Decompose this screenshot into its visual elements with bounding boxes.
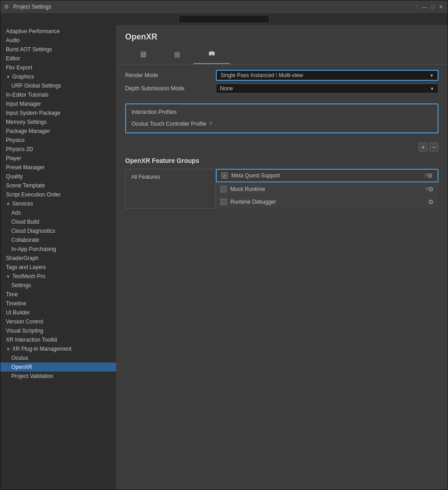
mock-runtime-label: Mock Runtime [230,186,423,192]
runtime-debugger-checkbox[interactable] [220,199,227,205]
sidebar-item-editor[interactable]: Editor [0,54,116,63]
meta-quest-gear-icon[interactable]: ⚙ [427,172,433,179]
remove-button[interactable]: − [429,142,438,152]
sidebar-item-openxr[interactable]: OpenXR [0,363,116,372]
sidebar-item-input-manager[interactable]: Input Manager [0,99,116,108]
textmesh-arrow: ▼ [6,274,10,279]
sidebar-item-version-control[interactable]: Version Control [0,317,116,326]
panel-title: OpenXR [116,25,448,46]
sidebar-item-time[interactable]: Time [0,290,116,299]
main-content: Adaptive Performance Audio Burst AOT Set… [0,25,448,490]
mock-runtime-gear-icon[interactable]: ⚙ [428,186,434,193]
sidebar-item-graphics[interactable]: ▼ Graphics [0,72,116,81]
depth-submission-value: None [220,85,233,92]
sidebar-item-shader-graph[interactable]: ShaderGraph [0,254,116,263]
meta-quest-label: Meta Quest Support [231,172,422,179]
feature-row-runtime-debugger: Runtime Debugger ⚙ [216,196,438,208]
tablet-icon: ⊞ [174,50,180,59]
render-mode-label: Render Mode [125,72,216,78]
add-remove-buttons: + − [116,141,448,153]
project-settings-window: ⚙ Project Settings ⋮ — □ ✕ 🔍 Adaptive Pe… [0,0,448,490]
sidebar-item-script-execution-order[interactable]: Script Execution Order [0,190,116,199]
search-input[interactable] [179,15,269,23]
all-features-item[interactable]: All Features [128,172,213,182]
sidebar-item-ui-builder[interactable]: UI Builder [0,308,116,317]
sidebar-item-player[interactable]: Player [0,154,116,163]
search-bar: 🔍 [0,13,448,25]
sidebar-item-textmesh-pro[interactable]: ▼ TextMesh Pro [0,272,116,281]
services-arrow: ▼ [6,201,10,206]
sidebar-item-services[interactable]: ▼ Services [0,199,116,208]
interaction-profile-item: Oculus Touch Controller Profile ? [130,119,434,129]
close-button[interactable]: ✕ [438,4,444,10]
sidebar-item-in-editor-tutorials[interactable]: In-Editor Tutorials [0,90,116,99]
sidebar-item-fbx-export[interactable]: Fbx Export [0,63,116,72]
sidebar-item-project-validation[interactable]: Project Validation [0,372,116,381]
sidebar-item-timeline[interactable]: Timeline [0,299,116,308]
sidebar: Adaptive Performance Audio Burst AOT Set… [0,25,116,490]
titlebar-controls: ⋮ — □ ✕ [413,4,444,10]
sidebar-item-settings[interactable]: Settings [0,281,116,290]
render-mode-value: Single Pass Instanced \ Multi-view [220,72,303,78]
feature-groups-section: OpenXR Feature Groups All Features Meta … [116,157,448,209]
interaction-profile-label: Oculus Touch Controller Profile [131,121,206,127]
interaction-profiles-header: Interaction Profiles [130,108,434,116]
sidebar-item-burst-aot-settings[interactable]: Burst AOT Settings [0,45,116,54]
sidebar-item-xr-interaction-toolkit[interactable]: XR Interaction Toolkit [0,335,116,344]
feature-options: Meta Quest Support ? ⚙ Mock Runtime ? ⚙ [216,169,438,209]
sidebar-item-physics-2d[interactable]: Physics 2D [0,145,116,154]
depth-submission-row: Depth Submission Mode None ▼ [125,83,438,93]
xr-plugin-arrow: ▼ [6,347,10,352]
main-panel: OpenXR 🖥 ⊞ [116,25,448,490]
titlebar: ⚙ Project Settings ⋮ — □ ✕ [0,0,448,13]
sidebar-item-audio[interactable]: Audio [0,36,116,45]
window-title: Project Settings [13,4,413,10]
sidebar-item-physics[interactable]: Physics [0,136,116,145]
render-mode-dropdown[interactable]: Single Pass Instanced \ Multi-view ▼ [216,70,438,81]
sidebar-item-package-manager[interactable]: Package Manager [0,127,116,136]
sidebar-item-adaptive-performance[interactable]: Adaptive Performance [0,27,116,36]
sidebar-item-tags-and-layers[interactable]: Tags and Layers [0,263,116,272]
render-mode-row: Render Mode Single Pass Instanced \ Mult… [125,70,438,81]
runtime-debugger-label: Runtime Debugger [230,199,428,205]
sidebar-item-ads[interactable]: Ads [0,208,116,217]
render-mode-section: Render Mode Single Pass Instanced \ Mult… [116,70,448,96]
feature-groups-layout: All Features Meta Quest Support ? ⚙ [125,169,438,209]
graphics-arrow: ▼ [6,74,10,79]
meta-quest-checkbox[interactable] [221,172,228,179]
menu-button[interactable]: ⋮ [413,4,419,10]
depth-submission-dropdown[interactable]: None ▼ [216,83,438,93]
depth-submission-dropdown-arrow: ▼ [430,86,434,91]
sidebar-item-xr-plugin-management[interactable]: ▼ XR Plug-in Management [0,344,116,353]
runtime-debugger-gear-icon[interactable]: ⚙ [428,198,434,206]
tab-tablet[interactable]: ⊞ [161,46,194,64]
feature-row-meta-quest: Meta Quest Support ? ⚙ [216,169,438,182]
sidebar-item-cloud-diagnostics[interactable]: Cloud Diagnostics [0,226,116,235]
interaction-profiles-box: Interaction Profiles Oculus Touch Contro… [125,103,438,133]
sidebar-item-visual-scripting[interactable]: Visual Scripting [0,326,116,335]
depth-submission-label: Depth Submission Mode [125,85,216,92]
sidebar-item-oculus[interactable]: Oculus [0,353,116,363]
feature-groups-title: OpenXR Feature Groups [125,157,438,164]
sidebar-item-collaborate[interactable]: Collaborate [0,235,116,245]
sidebar-item-urp-global-settings[interactable]: URP Global Settings [0,81,116,90]
add-button[interactable]: + [419,142,428,152]
sidebar-item-quality[interactable]: Quality [0,172,116,181]
sidebar-item-input-system-package[interactable]: Input System Package [0,108,116,118]
interaction-profile-help-icon[interactable]: ? [209,121,212,127]
sidebar-item-scene-template[interactable]: Scene Template [0,181,116,190]
platform-tabs: 🖥 ⊞ [116,46,448,64]
android-icon [207,49,216,60]
minimize-button[interactable]: — [421,4,428,10]
tab-android[interactable] [194,46,230,64]
sidebar-item-in-app-purchasing[interactable]: In-App Purchasing [0,245,116,254]
sidebar-item-cloud-build[interactable]: Cloud Build [0,217,116,226]
render-mode-dropdown-arrow: ▼ [429,73,434,78]
sidebar-item-memory-settings[interactable]: Memory Settings [0,118,116,127]
sidebar-item-preset-manager[interactable]: Preset Manager [0,163,116,172]
maximize-button[interactable]: □ [429,4,436,10]
feature-row-mock-runtime: Mock Runtime ? ⚙ [216,183,438,195]
mock-runtime-checkbox[interactable] [220,186,227,192]
tab-desktop[interactable]: 🖥 [125,46,161,64]
feature-list-panel: All Features [125,169,216,209]
